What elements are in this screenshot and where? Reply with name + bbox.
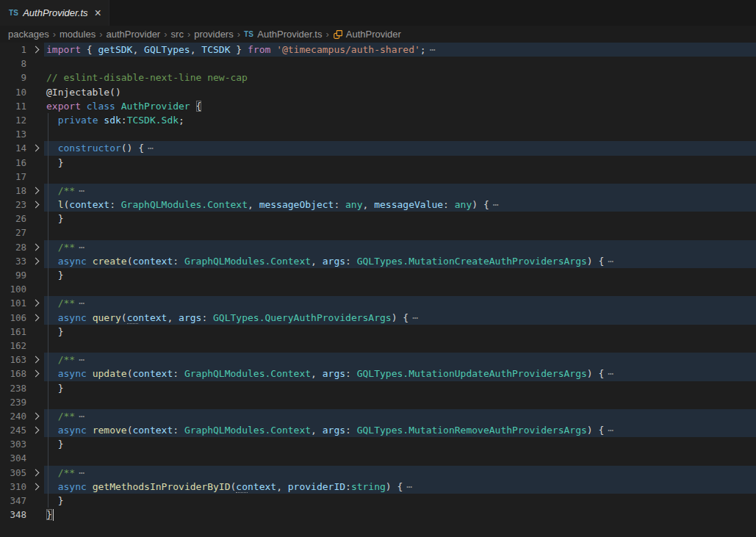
breadcrumb-item-providers[interactable]: providers — [194, 29, 233, 40]
code-line-1[interactable]: 1import { getSDK, GQLTypes, TCSDK } from… — [0, 43, 756, 57]
code-content[interactable]: } — [44, 325, 756, 339]
code-line-101[interactable]: 101/**⋯ — [0, 296, 756, 310]
folded-code-ellipsis[interactable]: ⋯ — [406, 481, 412, 492]
code-line-13[interactable]: 13 — [0, 127, 756, 141]
code-line-238[interactable]: 238} — [0, 381, 756, 395]
fold-chevron-icon[interactable] — [26, 480, 44, 494]
code-line-240[interactable]: 240/**⋯ — [0, 409, 756, 423]
fold-chevron-icon[interactable] — [26, 423, 44, 437]
code-content[interactable]: /**⋯ — [44, 296, 756, 310]
code-content[interactable]: } — [44, 437, 756, 451]
folded-code-ellipsis[interactable]: ⋯ — [79, 354, 84, 365]
code-line-12[interactable]: 12private sdk:TCSDK.Sdk; — [0, 113, 756, 127]
code-content[interactable]: /**⋯ — [44, 466, 756, 480]
tab-authprovider[interactable]: TS AuthProvider.ts × — [0, 0, 109, 26]
folded-code-ellipsis[interactable]: ⋯ — [79, 185, 84, 196]
code-line-245[interactable]: 245async remove(context: GraphQLModules.… — [0, 423, 756, 437]
code-content[interactable]: export class AuthProvider { — [44, 99, 756, 113]
code-content[interactable] — [44, 226, 756, 239]
code-content[interactable] — [44, 451, 756, 465]
code-content[interactable]: l(context: GraphQLModules.Context, messa… — [44, 198, 756, 212]
folded-code-ellipsis[interactable]: ⋯ — [608, 256, 613, 267]
breadcrumb-item-src[interactable]: src — [171, 29, 184, 40]
code-content[interactable]: import { getSDK, GQLTypes, TCSDK } from … — [44, 43, 756, 57]
breadcrumb-item-modules[interactable]: modules — [60, 29, 96, 40]
code-content[interactable] — [44, 282, 756, 296]
code-line-305[interactable]: 305/**⋯ — [0, 466, 756, 480]
folded-code-ellipsis[interactable]: ⋯ — [430, 44, 436, 55]
code-line-28[interactable]: 28/**⋯ — [0, 240, 756, 254]
code-line-26[interactable]: 26} — [0, 212, 756, 226]
code-content[interactable]: /**⋯ — [44, 184, 756, 198]
fold-chevron-icon[interactable] — [26, 198, 44, 212]
code-line-162[interactable]: 162 — [0, 339, 756, 353]
code-content[interactable]: async getMethodsInProviderByID(context, … — [44, 480, 756, 494]
fold-chevron-icon[interactable] — [26, 353, 44, 367]
code-content[interactable] — [44, 127, 756, 141]
code-line-8[interactable]: 8 — [0, 57, 756, 71]
code-line-33[interactable]: 33async create(context: GraphQLModules.C… — [0, 254, 756, 268]
code-content[interactable]: } — [44, 381, 756, 395]
fold-chevron-icon[interactable] — [26, 240, 44, 254]
breadcrumb-item-authProvider[interactable]: authProvider — [106, 29, 160, 40]
code-line-23[interactable]: 23l(context: GraphQLModules.Context, mes… — [0, 198, 756, 212]
code-line-14[interactable]: 14constructor() {⋯ — [0, 141, 756, 155]
fold-chevron-icon[interactable] — [26, 254, 44, 268]
code-content[interactable]: @Injectable() — [44, 85, 756, 99]
code-line-9[interactable]: 9// eslint-disable-next-line new-cap — [0, 71, 756, 84]
code-line-17[interactable]: 17 — [0, 170, 756, 184]
close-icon[interactable]: × — [95, 7, 101, 19]
code-content[interactable]: /**⋯ — [44, 409, 756, 423]
breadcrumb-item-symbol[interactable]: AuthProvider — [333, 29, 401, 40]
fold-chevron-icon[interactable] — [26, 141, 44, 155]
code-line-100[interactable]: 100 — [0, 282, 756, 296]
code-line-27[interactable]: 27 — [0, 226, 756, 239]
fold-chevron-icon[interactable] — [26, 466, 44, 480]
code-line-347[interactable]: 347} — [0, 494, 756, 508]
code-content[interactable]: constructor() {⋯ — [44, 141, 756, 155]
fold-chevron-icon[interactable] — [26, 311, 44, 325]
code-line-10[interactable]: 10@Injectable() — [0, 85, 756, 99]
code-content[interactable]: async create(context: GraphQLModules.Con… — [44, 254, 756, 268]
code-content[interactable]: /**⋯ — [44, 240, 756, 254]
code-content[interactable] — [44, 170, 756, 184]
folded-code-ellipsis[interactable]: ⋯ — [79, 242, 84, 253]
code-content[interactable]: } — [44, 156, 756, 170]
code-content[interactable] — [44, 339, 756, 353]
code-content[interactable]: private sdk:TCSDK.Sdk; — [44, 113, 756, 127]
code-content[interactable]: } — [44, 212, 756, 226]
folded-code-ellipsis[interactable]: ⋯ — [148, 143, 154, 154]
code-line-239[interactable]: 239 — [0, 395, 756, 409]
code-line-168[interactable]: 168async update(context: GraphQLModules.… — [0, 367, 756, 381]
folded-code-ellipsis[interactable]: ⋯ — [412, 312, 418, 323]
folded-code-ellipsis[interactable]: ⋯ — [608, 368, 613, 379]
code-content[interactable]: async remove(context: GraphQLModules.Con… — [44, 423, 756, 437]
fold-chevron-icon[interactable] — [26, 409, 44, 423]
code-editor[interactable]: 1import { getSDK, GQLTypes, TCSDK } from… — [0, 43, 756, 537]
fold-chevron-icon[interactable] — [26, 43, 44, 57]
code-line-161[interactable]: 161} — [0, 325, 756, 339]
code-line-348[interactable]: 348} — [0, 508, 756, 522]
code-line-106[interactable]: 106async query(context, args: GQLTypes.Q… — [0, 311, 756, 325]
code-content[interactable]: /**⋯ — [44, 353, 756, 367]
code-line-310[interactable]: 310async getMethodsInProviderByID(contex… — [0, 480, 756, 494]
code-content[interactable]: async query(context, args: GQLTypes.Quer… — [44, 311, 756, 325]
code-content[interactable]: // eslint-disable-next-line new-cap — [44, 71, 756, 84]
folded-code-ellipsis[interactable]: ⋯ — [79, 298, 84, 309]
breadcrumb-item-packages[interactable]: packages — [8, 29, 49, 40]
fold-chevron-icon[interactable] — [26, 184, 44, 198]
folded-code-ellipsis[interactable]: ⋯ — [608, 425, 613, 436]
folded-code-ellipsis[interactable]: ⋯ — [79, 467, 84, 478]
folded-code-ellipsis[interactable]: ⋯ — [493, 199, 499, 210]
code-line-304[interactable]: 304 — [0, 451, 756, 465]
code-content[interactable]: } — [44, 268, 756, 282]
code-content[interactable]: async update(context: GraphQLModules.Con… — [44, 367, 756, 381]
code-line-99[interactable]: 99} — [0, 268, 756, 282]
fold-chevron-icon[interactable] — [26, 296, 44, 310]
code-content[interactable]: } — [44, 508, 756, 522]
code-line-18[interactable]: 18/**⋯ — [0, 184, 756, 198]
code-line-16[interactable]: 16} — [0, 156, 756, 170]
code-content[interactable] — [44, 57, 756, 71]
folded-code-ellipsis[interactable]: ⋯ — [79, 411, 84, 422]
code-line-303[interactable]: 303} — [0, 437, 756, 451]
